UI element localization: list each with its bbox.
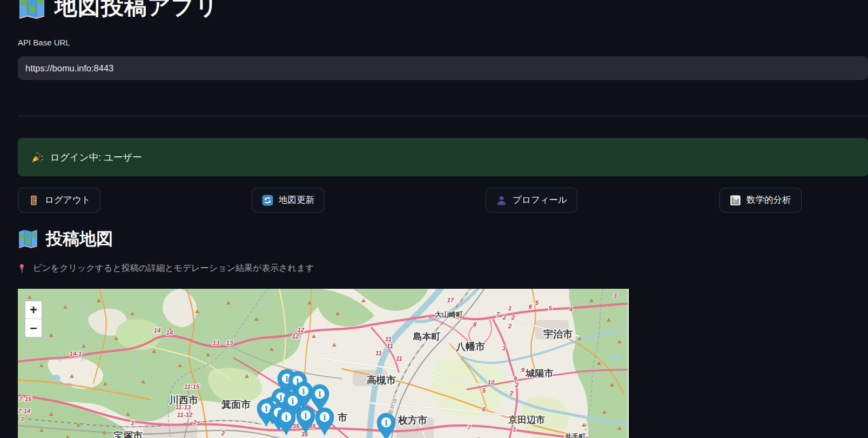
map-road-ref: 2 xyxy=(511,314,515,321)
profile-label: プロフィール xyxy=(513,194,567,206)
map-road-ref: 7 xyxy=(496,311,500,317)
map-road-ref: 3 xyxy=(513,426,516,433)
pushpin-icon xyxy=(18,263,28,274)
map-road-ref: 12 xyxy=(292,333,299,340)
info-icon-glyph: i xyxy=(323,413,326,422)
api-base-url-input[interactable] xyxy=(18,56,868,80)
map-road-ref: 14 xyxy=(154,327,161,334)
map-road-ref: 2 xyxy=(508,323,512,329)
bar-chart-icon xyxy=(730,195,741,206)
map-city-label: 八幡市 xyxy=(455,341,485,352)
map-city-label: 市 xyxy=(337,412,347,423)
map-road-ref: 13 xyxy=(226,340,233,346)
map-road-ref: 11 xyxy=(396,355,402,362)
info-icon-glyph: i xyxy=(285,413,287,422)
map-road-ref: 11 xyxy=(387,343,393,349)
map-road-ref: 11-13 xyxy=(176,404,191,410)
map-city-label: 京田辺市 xyxy=(508,415,545,425)
map-road-ref: 4 xyxy=(569,306,573,313)
map-road-ref: 7-14 xyxy=(18,408,31,414)
map-road-ref: 14 xyxy=(166,329,173,336)
info-icon-glyph: i xyxy=(302,387,305,396)
map-road-ref: 2 xyxy=(509,390,514,396)
world-map-icon xyxy=(18,0,46,21)
map-road-ref: 7 xyxy=(468,424,472,430)
app-title: 地図投稿アプリ xyxy=(18,0,868,22)
map-refresh-button[interactable]: 地図更新 xyxy=(252,188,325,213)
app-title-text: 地図投稿アプリ xyxy=(55,0,219,22)
person-icon xyxy=(496,195,507,206)
map-road-ref: 5 xyxy=(549,305,553,311)
world-map-icon xyxy=(18,229,38,249)
info-icon-glyph: i xyxy=(285,375,288,383)
map-road-ref: 9 xyxy=(521,367,525,373)
map-hint-text: ピンをクリックすると投稿の詳細とモデレーション結果が表示されます xyxy=(33,263,314,274)
map-road-ref: 10 xyxy=(488,379,495,386)
map-road-ref: 14-1 xyxy=(69,350,82,357)
door-icon xyxy=(28,195,39,206)
analysis-label: 数学的分析 xyxy=(746,194,791,206)
info-icon-glyph: i xyxy=(385,419,387,427)
map-road-ref: 9 xyxy=(514,375,517,382)
map-city-label: 城陽市 xyxy=(526,368,554,379)
page: 地図投稿アプリ API Base URL ログイン中: ユーザー ログアウト 地… xyxy=(18,0,868,438)
map-road-ref: 1 xyxy=(508,305,512,311)
map-city-label: 箕面市 xyxy=(221,399,251,410)
info-icon-glyph: i xyxy=(265,404,267,413)
map-refresh-label: 地図更新 xyxy=(279,194,314,206)
map-zoom-control: + − xyxy=(24,300,43,338)
map-road-ref: 3 xyxy=(21,416,24,422)
map-road-ref: 3 xyxy=(614,293,617,299)
map-city-label: 大山崎町 xyxy=(435,310,463,318)
map-road-ref: 5 xyxy=(482,387,486,394)
map-section-title-text: 投稿地図 xyxy=(46,228,113,250)
map-road-ref: 11-15 xyxy=(184,383,200,390)
map-road-ref: 8 xyxy=(473,321,477,328)
info-icon-glyph: i xyxy=(304,412,307,420)
api-base-url-label: API Base URL xyxy=(18,38,868,47)
map-road-ref: 7-15 xyxy=(19,396,32,402)
map-canvas[interactable]: 大山崎町島本町八幡市宇治市高槻市城陽市川西市箕面市枚方市京田辺市井手町宝塚市市新… xyxy=(18,289,628,438)
analysis-button[interactable]: 数学的分析 xyxy=(719,188,802,213)
info-icon-glyph: i xyxy=(291,397,294,406)
map-container[interactable]: 大山崎町島本町八幡市宇治市高槻市城陽市川西市箕面市枚方市京田辺市井手町宝塚市市新… xyxy=(18,289,629,438)
refresh-icon xyxy=(262,195,273,206)
map-road-ref: 3 xyxy=(131,420,134,426)
party-popper-icon xyxy=(31,151,44,164)
map-city-label: 島本町 xyxy=(413,331,441,342)
info-icon-glyph: i xyxy=(318,390,321,399)
map-road-ref: 5 xyxy=(535,300,539,306)
map-road-ref: 3 xyxy=(502,345,506,351)
map-road-ref: 2 xyxy=(515,382,519,388)
map-road-ref: 2 xyxy=(193,419,197,426)
map-road-ref: 11 xyxy=(385,336,392,342)
map-road-ref: 13 xyxy=(213,340,220,346)
logout-button[interactable]: ログアウト xyxy=(18,188,100,213)
logout-label: ログアウト xyxy=(45,194,90,206)
zoom-in-button[interactable]: + xyxy=(25,301,42,319)
login-status-text: ログイン中: ユーザー xyxy=(50,151,142,164)
divider xyxy=(18,116,868,116)
map-section-title: 投稿地図 xyxy=(18,228,868,250)
zoom-out-button[interactable]: − xyxy=(25,319,42,337)
map-road-ref: 11 xyxy=(375,350,382,356)
map-road-ref: 12 xyxy=(298,327,305,333)
map-road-ref: 2 xyxy=(221,430,225,436)
map-city-label: 宇治市 xyxy=(543,329,573,340)
map-road-ref: 6 xyxy=(482,406,486,413)
map-road-ref: 2 xyxy=(502,314,507,321)
toolbar: ログアウト 地図更新 プロフィール 数学的分析 xyxy=(18,188,868,213)
map-city-label: 宝塚市 xyxy=(113,430,143,438)
map-road-ref: 11-12 xyxy=(177,412,193,418)
map-city-label: 井手町 xyxy=(564,433,586,438)
map-hint: ピンをクリックすると投稿の詳細とモデレーション結果が表示されます xyxy=(18,263,868,274)
map-city-label: 高槻市 xyxy=(367,375,396,386)
map-road-ref: 17 xyxy=(447,297,454,303)
map-city-label: 枚方市 xyxy=(398,415,427,426)
map-road-ref: 6 xyxy=(529,303,533,310)
login-status-banner: ログイン中: ユーザー xyxy=(18,138,868,176)
profile-button[interactable]: プロフィール xyxy=(486,188,577,213)
